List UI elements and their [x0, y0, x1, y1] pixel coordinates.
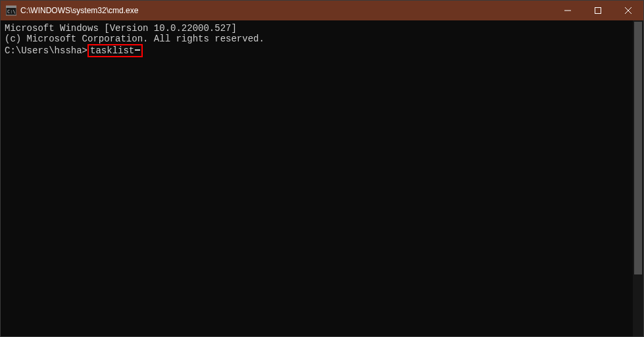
version-line: Microsoft Windows [Version 10.0.22000.52… — [5, 23, 639, 34]
svg-rect-4 — [595, 8, 601, 14]
terminal-output[interactable]: Microsoft Windows [Version 10.0.22000.52… — [1, 20, 643, 336]
cmd-window: C:\ C:\WINDOWS\system32\cmd.exe — [0, 0, 644, 337]
maximize-button[interactable] — [583, 1, 613, 20]
prompt: C:\Users\hssha> — [5, 45, 87, 56]
command-highlight: tasklist — [87, 44, 143, 57]
svg-rect-1 — [6, 6, 16, 8]
close-button[interactable] — [613, 1, 643, 20]
titlebar[interactable]: C:\ C:\WINDOWS\system32\cmd.exe — [1, 1, 643, 20]
scrollbar-thumb[interactable] — [634, 22, 642, 274]
window-controls — [553, 1, 643, 20]
command-text: tasklist — [90, 45, 134, 56]
prompt-line: C:\Users\hssha>tasklist — [5, 44, 639, 57]
window-title: C:\WINDOWS\system32\cmd.exe — [20, 6, 553, 15]
copyright-line: (c) Microsoft Corporation. All rights re… — [5, 34, 639, 44]
svg-text:C:\: C:\ — [7, 9, 16, 14]
minimize-button[interactable] — [553, 1, 583, 20]
cursor — [135, 49, 140, 51]
cmd-icon: C:\ — [6, 5, 16, 16]
scrollbar[interactable] — [633, 20, 643, 336]
